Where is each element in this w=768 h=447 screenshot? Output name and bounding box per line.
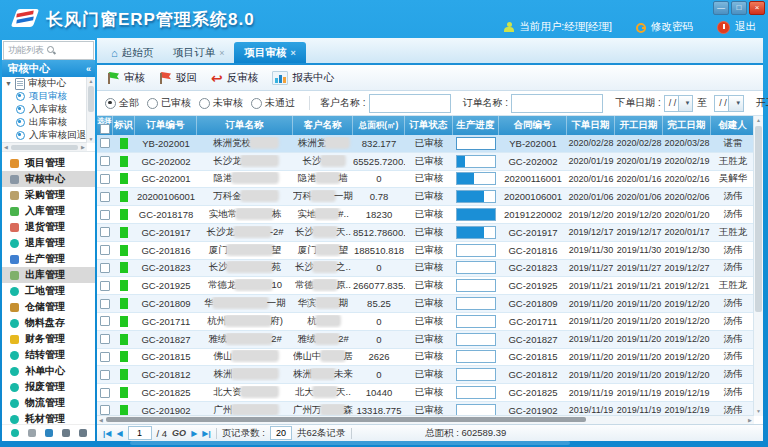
progress-bar[interactable] xyxy=(456,226,496,239)
sidebar-item-报废管理[interactable]: 报废管理 xyxy=(2,379,95,395)
sidebar-item-审核中心[interactable]: 审核中心 xyxy=(2,171,95,187)
logout-button[interactable]: 退出 xyxy=(735,20,756,34)
prev-page-button[interactable]: ◀ xyxy=(116,429,122,438)
row-checkbox[interactable] xyxy=(100,281,110,291)
flag-icon[interactable] xyxy=(45,429,53,437)
sidebar-item-结转管理[interactable]: 结转管理 xyxy=(2,347,95,363)
table-row[interactable]: GC-201823长沙苑长沙之..0已审核GC-2018232019/11/27… xyxy=(97,260,754,278)
cart-icon[interactable] xyxy=(28,429,36,437)
row-checkbox[interactable] xyxy=(100,138,110,148)
tree-root-item[interactable]: ▼审核中心 xyxy=(2,77,87,90)
sidebar-item-物流管理[interactable]: 物流管理 xyxy=(2,395,95,411)
tree-item-入库审核回退[interactable]: 入库审核回退 xyxy=(2,129,87,142)
radio-已审核[interactable]: 已审核 xyxy=(147,96,191,110)
table-row[interactable]: GC-202001隐港隐港墙0已审核202001160012020/01/162… xyxy=(97,171,754,189)
progress-bar[interactable] xyxy=(456,190,496,203)
progress-bar[interactable] xyxy=(456,261,496,274)
order-date-end-input[interactable]: / /▼ xyxy=(714,95,744,112)
row-checkbox[interactable] xyxy=(100,316,110,326)
table-row[interactable]: GC-201816厦门望厦门望188510.818已审核GC-201816201… xyxy=(97,242,754,260)
驳回-button[interactable]: 驳回 xyxy=(155,69,205,87)
tree-item-项目审核[interactable]: 项目审核 xyxy=(2,90,87,103)
tab-起始页[interactable]: ⌂起始页 xyxy=(101,42,163,63)
progress-bar[interactable] xyxy=(456,315,496,328)
radio-全部[interactable]: 全部 xyxy=(105,96,139,110)
table-row[interactable]: GC-201825北大资北大天..10440已审核GC-2018252019/1… xyxy=(97,384,754,402)
tab-项目审核[interactable]: 项目审核× xyxy=(234,42,305,63)
tree-item-出库审核[interactable]: 出库审核 xyxy=(2,116,87,129)
collapse-icon[interactable]: « xyxy=(86,64,91,74)
row-checkbox[interactable] xyxy=(100,174,110,184)
chevron-down-icon[interactable]: ▼ xyxy=(728,96,742,111)
tree-expander-icon[interactable]: ▼ xyxy=(5,80,12,87)
maximize-button[interactable]: □ xyxy=(731,1,747,15)
progress-bar[interactable] xyxy=(456,297,496,310)
审核-button[interactable]: 审核 xyxy=(103,69,153,87)
table-row[interactable]: GC-201902广州广州万森林13318.775已审核GC-201902201… xyxy=(97,402,754,416)
row-checkbox[interactable] xyxy=(100,156,110,166)
tree-horizontal-scrollbar[interactable]: ◀▶ xyxy=(2,142,87,151)
row-checkbox[interactable] xyxy=(100,299,110,309)
row-checkbox[interactable] xyxy=(100,388,110,398)
progress-bar[interactable] xyxy=(456,172,496,185)
tree-item-入库审核[interactable]: 入库审核 xyxy=(2,103,87,116)
page-size-input[interactable] xyxy=(270,426,292,440)
table-row[interactable]: GC-201815佛山佛山中居2626已审核GC-2018152019/11/2… xyxy=(97,349,754,367)
sidebar-item-耗材管理[interactable]: 耗材管理 xyxy=(2,411,95,424)
table-row[interactable]: GC-201917长沙龙-2#长沙天..8512.78600..已审核GC-20… xyxy=(97,224,754,242)
sidebar-item-退库管理[interactable]: 退库管理 xyxy=(2,235,95,251)
function-search-input[interactable]: 功能列表 xyxy=(3,41,94,60)
row-checkbox[interactable] xyxy=(100,245,110,255)
sidebar-item-仓储管理[interactable]: 仓储管理 xyxy=(2,299,95,315)
table-row[interactable]: GC-201809华一期华滨期85.25已审核GC-2018092019/11/… xyxy=(97,295,754,313)
progress-bar[interactable] xyxy=(456,386,496,399)
progress-bar[interactable] xyxy=(456,333,496,346)
progress-bar[interactable] xyxy=(456,137,496,150)
close-icon[interactable]: × xyxy=(290,48,295,58)
progress-bar[interactable] xyxy=(456,279,496,292)
sidebar-item-财务管理[interactable]: 财务管理 xyxy=(2,331,95,347)
order-name-input[interactable] xyxy=(511,94,603,113)
column-header-选择[interactable]: 选择 xyxy=(97,116,113,135)
table-row[interactable]: GC-201925常德龙10常德原..266077.835..已审核GC-201… xyxy=(97,277,754,295)
row-checkbox[interactable] xyxy=(100,405,110,415)
radio-icon[interactable] xyxy=(199,98,210,109)
table-row[interactable]: GC-201827雅绒2#雅绒2#0已审核GC-2018272019/11/20… xyxy=(97,331,754,349)
radio-icon[interactable] xyxy=(105,98,116,109)
row-checkbox[interactable] xyxy=(100,192,110,202)
报表中心-button[interactable]: 报表中心 xyxy=(268,69,342,87)
sidebar-item-采购管理[interactable]: 采购管理 xyxy=(2,187,95,203)
more-icon[interactable] xyxy=(79,429,87,437)
book-icon[interactable] xyxy=(62,429,70,437)
close-icon[interactable]: × xyxy=(219,48,224,58)
row-checkbox[interactable] xyxy=(100,352,110,362)
order-date-input[interactable]: / /▼ xyxy=(664,95,694,112)
sidebar-item-生产管理[interactable]: 生产管理 xyxy=(2,251,95,267)
反审核-button[interactable]: ↩反审核 xyxy=(207,69,266,87)
table-row[interactable]: GC-201711杭州府)杭0已审核GC-2017112019/11/20201… xyxy=(97,313,754,331)
first-page-button[interactable]: |◀ xyxy=(103,429,111,438)
minimize-button[interactable]: — xyxy=(713,1,729,15)
radio-icon[interactable] xyxy=(147,98,158,109)
row-checkbox[interactable] xyxy=(100,334,110,344)
customer-name-input[interactable] xyxy=(369,94,451,113)
progress-bar[interactable] xyxy=(456,208,496,221)
next-page-button[interactable]: ▶ xyxy=(191,429,197,438)
progress-bar[interactable] xyxy=(456,368,496,381)
sidebar-item-补单中心[interactable]: 补单中心 xyxy=(2,363,95,379)
table-row[interactable]: YB-202001株洲党校株洲党832.177已审核YB-2020012020/… xyxy=(97,135,754,153)
radio-未审核[interactable]: 未审核 xyxy=(199,96,243,110)
progress-bar[interactable] xyxy=(456,350,496,363)
close-button[interactable]: × xyxy=(749,1,765,15)
tree-vertical-scrollbar[interactable]: ▲▼ xyxy=(86,77,95,143)
scrollbar-thumb[interactable] xyxy=(106,417,586,422)
page-number-input[interactable] xyxy=(128,426,152,440)
row-checkbox[interactable] xyxy=(100,210,110,220)
dot-icon[interactable] xyxy=(11,429,19,437)
select-all-checkbox[interactable] xyxy=(100,124,110,134)
radio-icon[interactable] xyxy=(251,98,262,109)
tab-项目订单[interactable]: 项目订单× xyxy=(163,42,234,63)
table-row[interactable]: GC-2018178实地常栋实地#..18230已审核2019122000220… xyxy=(97,206,754,224)
table-vertical-scrollbar[interactable]: ▲▼ xyxy=(753,116,763,416)
row-checkbox[interactable] xyxy=(100,370,110,380)
